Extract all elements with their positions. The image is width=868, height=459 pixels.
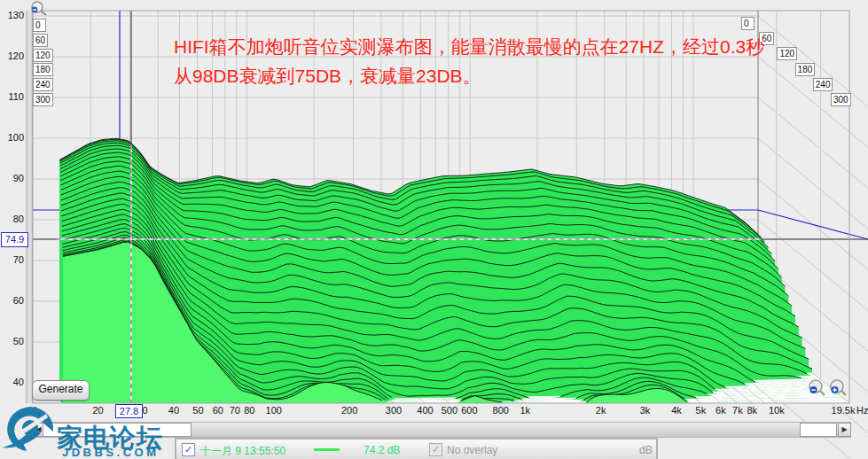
time-axis-label: 240 bbox=[813, 78, 833, 91]
time-axis-label: 300 bbox=[33, 93, 53, 106]
zoom-in-icon bbox=[831, 380, 846, 395]
x-axis-label: 400 bbox=[417, 405, 433, 416]
measurement-checkbox[interactable]: ✓ bbox=[182, 443, 195, 456]
vertical-axis-strip[interactable] bbox=[26, 11, 33, 403]
x-axis-label: 800 bbox=[493, 405, 509, 416]
cursor-level-readout: 74.9 bbox=[1, 232, 28, 247]
x-axis-label: 3k bbox=[640, 405, 651, 416]
zoom-out-icon[interactable] bbox=[807, 378, 849, 400]
x-axis-unit: Hz bbox=[856, 405, 868, 416]
x-axis-label: 5k bbox=[696, 405, 707, 416]
generate-button[interactable]: Generate bbox=[32, 380, 90, 401]
overlay-checkbox[interactable]: ✓ bbox=[429, 443, 442, 456]
unit-label: dB bbox=[639, 444, 653, 456]
horizontal-scrollbar[interactable]: ◀ ▶ bbox=[32, 422, 851, 438]
y-axis-label: 40 bbox=[0, 377, 24, 387]
x-axis-label: 20 bbox=[92, 405, 103, 416]
x-axis-label: 2k bbox=[596, 405, 606, 416]
x-axis-label: 6k bbox=[716, 405, 726, 416]
measurement-value: 74.2 dB bbox=[364, 444, 400, 456]
x-axis-label: 7k bbox=[732, 405, 743, 416]
y-axis-label: 50 bbox=[0, 336, 24, 346]
x-axis-label: 500 bbox=[442, 405, 457, 416]
x-axis-label: 19.5k bbox=[832, 405, 856, 416]
measurement-label[interactable]: 十一月 9 13:55:50 bbox=[200, 444, 285, 459]
x-axis-label: 8k bbox=[747, 405, 757, 416]
x-axis-label: 300 bbox=[386, 405, 402, 416]
y-axis-label: 80 bbox=[0, 214, 24, 224]
x-axis-label: 70 bbox=[230, 405, 240, 416]
scrollbar-thumb[interactable] bbox=[43, 423, 192, 437]
time-axis-label: 60 bbox=[33, 34, 48, 47]
x-axis-label: 600 bbox=[461, 405, 477, 416]
time-axis-label: 0 bbox=[33, 19, 46, 32]
x-axis-label: 60 bbox=[213, 405, 223, 416]
x-axis-label: 200 bbox=[341, 405, 357, 416]
scroll-right-button[interactable]: ▶ bbox=[838, 423, 851, 437]
scrollbar-secondary-thumb[interactable] bbox=[800, 423, 837, 437]
x-axis-label: 40 bbox=[168, 405, 179, 416]
annotation-line2: 从98DB衰减到75DB，衰减量23DB。 bbox=[174, 61, 764, 90]
time-axis-label: 180 bbox=[33, 63, 53, 76]
time-axis-label: 0 bbox=[741, 17, 755, 30]
time-axis-label: 120 bbox=[777, 47, 797, 60]
app-window: 130120110100908070605040 112030405060708… bbox=[0, 0, 868, 459]
time-axis-label: 120 bbox=[33, 49, 53, 62]
time-axis-label: 300 bbox=[831, 93, 851, 106]
x-axis-label: 10k bbox=[769, 405, 785, 416]
y-axis-label: 130 bbox=[0, 10, 24, 20]
cursor-freq-readout: 27.8 bbox=[115, 404, 143, 418]
overlay-label: No overlay bbox=[447, 444, 497, 456]
y-axis-label: 100 bbox=[0, 132, 24, 143]
measurement-trace-swatch bbox=[314, 448, 340, 451]
x-axis-label: 11 bbox=[27, 405, 37, 416]
annotation-text: HIFI箱不加炮听音位实测瀑布图，能量消散最慢的点在27HZ，经过0.3秒 从9… bbox=[174, 32, 764, 90]
y-axis-label: 120 bbox=[0, 51, 24, 61]
time-axis-label: 180 bbox=[795, 63, 816, 76]
legend-bar: ✓ 十一月 9 13:55:50 74.2 dB ✓ No overlay dB bbox=[175, 438, 658, 459]
x-axis-label: 1k bbox=[520, 405, 530, 416]
zoom-icon[interactable] bbox=[27, 0, 51, 18]
y-axis-label: 70 bbox=[0, 254, 24, 265]
y-axis-label: 90 bbox=[0, 173, 24, 183]
annotation-line1: HIFI箱不加炮听音位实测瀑布图，能量消散最慢的点在27HZ，经过0.3秒 bbox=[174, 32, 764, 61]
time-axis-label: 240 bbox=[33, 78, 53, 91]
x-axis-label: 100 bbox=[266, 405, 282, 416]
y-axis-label: 60 bbox=[0, 295, 24, 306]
x-axis-label: 4k bbox=[671, 405, 682, 416]
y-axis-label: 110 bbox=[0, 91, 24, 102]
x-axis-label: 50 bbox=[192, 405, 203, 416]
x-axis-label: 80 bbox=[244, 405, 254, 416]
